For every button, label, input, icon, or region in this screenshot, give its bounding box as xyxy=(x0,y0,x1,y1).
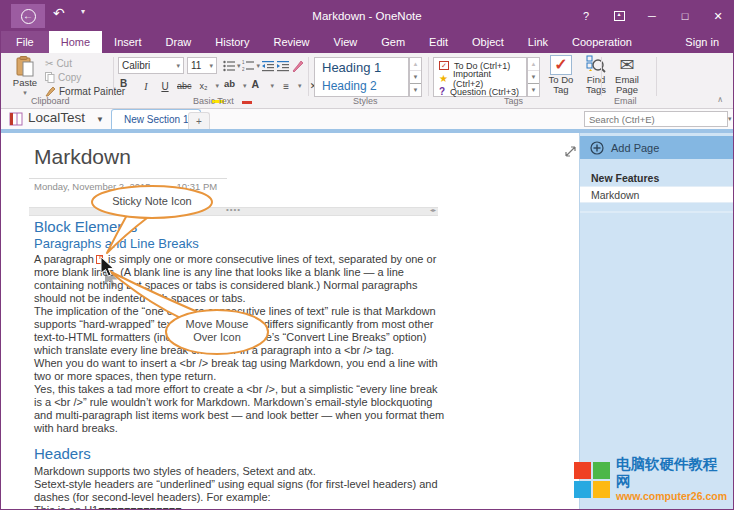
scroll-up-icon[interactable]: ▲ xyxy=(410,58,421,70)
title-underline xyxy=(29,178,227,179)
clipboard-icon xyxy=(15,56,35,78)
bullet-list-icon xyxy=(223,60,236,72)
chevron-down-icon: ▾ xyxy=(257,62,261,70)
notebook-icon xyxy=(9,112,24,126)
watermark-logo xyxy=(574,462,610,498)
tag-important[interactable]: ★Important (Ctrl+2) xyxy=(434,72,526,85)
style-heading1[interactable]: Heading 1 xyxy=(315,58,408,77)
font-size-combo[interactable]: 11▾ xyxy=(187,57,217,74)
note-container-handle[interactable]: •••• ◂▸ xyxy=(29,207,438,216)
todo-tag-button[interactable]: ✓ To Do Tag xyxy=(544,55,578,95)
add-page-button[interactable]: Add Page xyxy=(580,136,733,159)
tab-home[interactable]: Home xyxy=(49,31,102,53)
chevron-down-icon: ▾ xyxy=(243,82,247,90)
gallery-more-icon[interactable]: ▼ xyxy=(528,83,539,96)
logo-blue-square xyxy=(574,481,591,498)
group-divider xyxy=(601,57,602,96)
subscript-button[interactable]: x₂ xyxy=(197,78,211,94)
pink-brush-icon xyxy=(292,60,304,72)
outdent-icon xyxy=(262,60,275,72)
underline-button[interactable]: U xyxy=(158,78,172,94)
paste-button[interactable]: Paste ▾ xyxy=(9,56,41,98)
todo-tag-icon: ✓ xyxy=(550,55,572,75)
group-divider xyxy=(113,57,114,96)
styles-gallery-scroll: ▲▼▼ xyxy=(409,57,422,97)
italic-button[interactable]: I xyxy=(139,78,153,94)
tab-view[interactable]: View xyxy=(322,31,370,53)
chevron-down-icon: ▾ xyxy=(23,88,27,98)
tab-insert[interactable]: Insert xyxy=(102,31,154,53)
indent-icon xyxy=(277,60,290,72)
decrease-indent-button[interactable] xyxy=(261,58,275,74)
paragraph-text: This is an H1============= xyxy=(34,504,446,509)
highlight-button[interactable]: ab xyxy=(224,78,238,94)
paragraph-align-button[interactable]: ≡ xyxy=(279,78,293,94)
find-tags-icon xyxy=(586,55,606,75)
page-title[interactable]: Markdown xyxy=(34,145,131,169)
page-item-new-features[interactable]: New Features xyxy=(580,169,733,186)
tab-history[interactable]: History xyxy=(203,31,261,53)
ribbon-display-options-button[interactable]: ▴ xyxy=(604,1,634,31)
chevron-down-icon: ▾ xyxy=(216,82,220,90)
tab-cooperation[interactable]: Cooperation xyxy=(560,31,644,53)
close-button[interactable]: ✕ xyxy=(703,1,733,31)
numbered-list-icon: 12 xyxy=(242,60,255,72)
scroll-down-icon[interactable]: ▼ xyxy=(528,70,539,83)
chevron-down-icon: ▾ xyxy=(237,62,241,70)
tab-edit[interactable]: Edit xyxy=(417,31,460,53)
tab-review[interactable]: Review xyxy=(262,31,322,53)
todo-check-icon: ✓ xyxy=(439,61,449,70)
help-button[interactable]: ? xyxy=(571,1,601,31)
find-tags-button[interactable]: Find Tags xyxy=(580,55,612,95)
search-input[interactable] xyxy=(585,114,725,125)
mouse-cursor-icon xyxy=(95,255,123,289)
collapse-ribbon-button[interactable]: ∧ xyxy=(717,95,723,104)
chevron-down-icon: ▾ xyxy=(209,62,213,70)
strikethrough-button[interactable]: abc xyxy=(177,78,192,94)
watermark-title: 电脑软硬件教程网 xyxy=(616,456,727,490)
tab-gem[interactable]: Gem xyxy=(369,31,417,53)
cut-button[interactable]: ✂Cut xyxy=(45,58,72,69)
chevron-down-icon: ▾ xyxy=(176,62,180,70)
tab-link[interactable]: Link xyxy=(516,31,560,53)
font-color-button[interactable]: A xyxy=(252,78,266,94)
search-scope-dropdown[interactable]: ▾ xyxy=(728,115,732,123)
tab-file[interactable]: File xyxy=(1,31,49,53)
notebook-dropdown[interactable]: LocalTest xyxy=(28,110,85,125)
content-heading-headers: Headers xyxy=(34,445,446,463)
logo-green-square xyxy=(593,462,610,479)
page-canvas[interactable]: Markdown Monday, November 2, 201510:31 P… xyxy=(1,133,579,509)
scroll-down-icon[interactable]: ▼ xyxy=(410,70,421,83)
fullpage-view-icon[interactable] xyxy=(564,145,577,158)
envelope-icon: ✉ xyxy=(619,55,634,75)
callout-sticky-note-label: Sticky Note Icon xyxy=(96,195,208,208)
tab-object[interactable]: Object xyxy=(460,31,516,53)
bold-button[interactable]: B xyxy=(120,78,134,94)
logo-yellow-square xyxy=(593,481,610,498)
question-icon: ? xyxy=(439,86,445,97)
styles-brush-button[interactable] xyxy=(291,58,305,74)
plus-circle-icon xyxy=(590,141,604,155)
new-section-tab[interactable]: + xyxy=(188,112,210,129)
font-name-combo[interactable]: Calibri▾ xyxy=(118,57,184,74)
copy-button[interactable]: Copy xyxy=(45,72,81,83)
paragraph-text: Yes, this takes a tad more effort to cre… xyxy=(34,383,446,435)
increase-indent-button[interactable] xyxy=(276,58,290,74)
style-heading2[interactable]: Heading 2 xyxy=(315,77,408,96)
bullet-list-button[interactable] xyxy=(222,58,236,74)
content-heading-block-elements: Block Elements xyxy=(34,218,446,236)
styles-gallery: Heading 1 Heading 2 xyxy=(314,57,409,97)
page-date: Monday, November 2, 201510:31 PM xyxy=(34,181,243,192)
gallery-more-icon[interactable]: ▼ xyxy=(410,83,421,96)
page-item-markdown[interactable]: Markdown xyxy=(580,186,733,203)
svg-text:2: 2 xyxy=(242,67,245,72)
tab-draw[interactable]: Draw xyxy=(154,31,204,53)
tags-group-label: Tags xyxy=(504,96,523,106)
minimize-button[interactable]: ─ xyxy=(637,1,667,31)
title-bar: ← ↶ ▾ Markdown - OneNote ? ▴ ─ □ ✕ xyxy=(1,1,733,31)
maximize-button[interactable]: □ xyxy=(670,1,700,31)
email-page-button[interactable]: ✉ Email Page xyxy=(609,55,645,95)
numbered-list-button[interactable]: 12 xyxy=(242,58,256,74)
scroll-up-icon[interactable]: ▲ xyxy=(528,58,539,70)
sign-in-link[interactable]: Sign in xyxy=(671,31,733,53)
